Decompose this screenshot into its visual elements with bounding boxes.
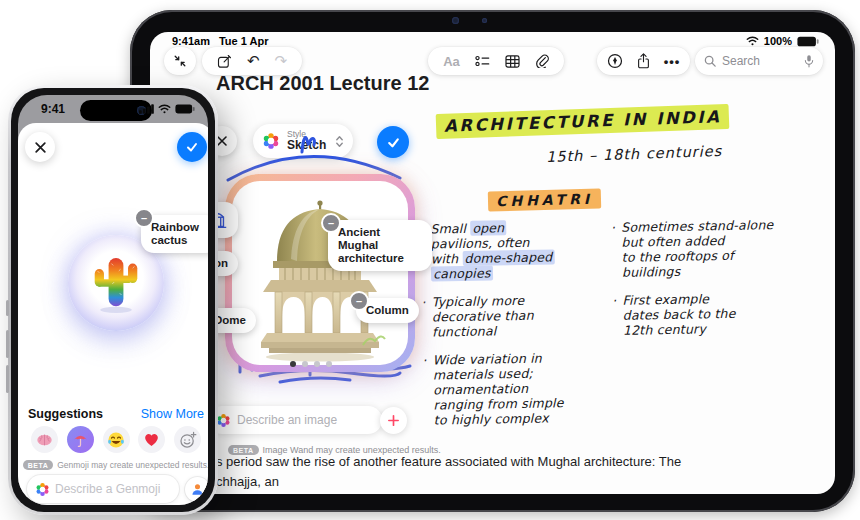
note-body-line: s period saw the rise of another feature… xyxy=(216,452,716,492)
plus-icon xyxy=(387,414,400,427)
more-button[interactable]: ••• xyxy=(664,55,681,68)
add-emoji-suggestion[interactable] xyxy=(174,426,201,453)
image-wand-beta-note: BETA Image Wand may create unexpected re… xyxy=(228,445,441,455)
minus-icon: – xyxy=(328,218,334,229)
wifi-icon xyxy=(746,36,759,46)
image-playground-icon xyxy=(216,413,231,428)
heart-emoji-suggestion[interactable] xyxy=(138,426,165,453)
redo-button[interactable]: ↷ xyxy=(275,54,288,69)
brain-emoji-suggestion[interactable] xyxy=(31,426,58,453)
text-format-button[interactable]: Aa xyxy=(443,54,460,69)
page-dot[interactable] xyxy=(314,361,320,367)
marketing-composite: 9:41am Tue 1 Apr 100% ↶ ↷ Aa xyxy=(0,0,860,520)
edit-toolbar-group: ↶ ↷ xyxy=(202,47,302,75)
iphone-volume-up-button xyxy=(6,330,9,358)
describe-genmoji-input[interactable] xyxy=(55,482,171,496)
battery-icon xyxy=(175,104,195,114)
rainbow-cactus-tag[interactable]: – Rainbow cactus xyxy=(141,215,208,253)
page-dot[interactable] xyxy=(302,361,308,367)
ipad-camera xyxy=(452,17,459,24)
iphone-status-icons xyxy=(139,104,195,114)
search-field[interactable]: Search xyxy=(695,47,823,75)
note-body-text: s period saw the rise of another feature… xyxy=(216,452,716,494)
remove-tag-button[interactable]: – xyxy=(134,208,154,228)
generated-image xyxy=(232,181,408,365)
ipad-status-date: Tue 1 Apr xyxy=(219,35,269,47)
beta-text: Genmoji may create unexpected results. xyxy=(57,460,208,470)
tag-label: Column xyxy=(366,304,409,316)
suggestions-row xyxy=(31,426,201,453)
beta-text: Image Wand may create unexpected results… xyxy=(263,445,441,455)
ipad-screen: 9:41am Tue 1 Apr 100% ↶ ↷ Aa xyxy=(150,32,835,494)
compose-button[interactable] xyxy=(217,54,232,69)
checklist-button[interactable] xyxy=(475,55,490,67)
genmoji-close-button[interactable] xyxy=(25,132,55,162)
cellular-icon xyxy=(139,104,154,114)
ipad-device: 9:41am Tue 1 Apr 100% ↶ ↷ Aa xyxy=(130,10,855,512)
add-image-button[interactable] xyxy=(380,407,407,434)
result-page-dots[interactable] xyxy=(290,361,332,367)
generated-image-frame[interactable] xyxy=(225,174,415,372)
laughing-emoji-icon xyxy=(107,431,125,449)
minus-icon: – xyxy=(141,213,147,224)
iphone-volume-down-button xyxy=(6,365,9,393)
table-button[interactable] xyxy=(505,55,520,68)
add-emoji-icon xyxy=(179,431,197,449)
describe-genmoji-field[interactable] xyxy=(27,475,179,503)
close-icon xyxy=(34,141,47,154)
describe-image-field[interactable] xyxy=(208,406,382,434)
tag-label: Rainbow cactus xyxy=(151,221,199,246)
genmoji-sheet: – Rainbow cactus Suggestions Show More xyxy=(18,123,208,505)
tools-toolbar-group: ••• xyxy=(597,47,690,75)
markup-button[interactable] xyxy=(607,53,623,69)
page-dot[interactable] xyxy=(326,361,332,367)
genmoji-accept-button[interactable] xyxy=(177,132,207,162)
handwritten-right-column: ·Sometimes stand-alone but often added t… xyxy=(611,216,835,351)
show-more-link[interactable]: Show More xyxy=(141,407,204,421)
undo-button[interactable]: ↶ xyxy=(247,54,260,69)
person-genmoji-button[interactable] xyxy=(185,477,208,502)
note-title: ARCH 2001 Lecture 12 xyxy=(216,72,429,95)
remove-tag-button[interactable]: – xyxy=(349,291,369,311)
handwritten-subheading: 15th – 18th centuries xyxy=(546,143,723,165)
beta-badge: BETA xyxy=(228,445,259,455)
image-playground-icon xyxy=(35,482,50,497)
ipad-status-bar-right: 100% xyxy=(746,35,819,47)
iphone-screen: 9:41 xyxy=(18,95,208,505)
battery-icon xyxy=(797,36,819,47)
iphone-bezel: 9:41 xyxy=(11,88,215,512)
umbrella-emoji-icon xyxy=(72,431,89,448)
laughing-emoji-suggestion[interactable] xyxy=(103,426,130,453)
remove-tag-button[interactable]: – xyxy=(321,213,341,233)
search-placeholder: Search xyxy=(722,54,798,68)
share-icon[interactable] xyxy=(637,53,650,69)
iphone-device: 9:41 xyxy=(8,85,218,515)
iphone-status-time: 9:41 xyxy=(41,102,65,116)
bullet-dot: · xyxy=(612,293,617,338)
iphone-action-button xyxy=(6,300,9,316)
handwritten-bullet: ·First example dates back to the 12th ce… xyxy=(612,289,835,338)
describe-image-input[interactable] xyxy=(237,413,374,427)
checkmark-icon xyxy=(185,140,199,154)
bullet-dot: · xyxy=(611,220,616,280)
collapse-icon xyxy=(173,54,187,68)
genmoji-beta-note: BETA Genmoji may create unexpected resul… xyxy=(18,460,208,470)
battery-percent: 100% xyxy=(764,35,792,47)
umbrella-emoji-suggestion[interactable] xyxy=(67,426,94,453)
suggestions-title: Suggestions xyxy=(28,407,103,421)
person-icon xyxy=(190,482,205,497)
bullet-text: First example dates back to the 12th cen… xyxy=(622,291,736,338)
column-tag[interactable]: – Column xyxy=(356,298,419,323)
collapse-toolbar-button[interactable] xyxy=(164,47,196,75)
heart-emoji-icon xyxy=(143,432,160,447)
bullet-text: Sometimes stand-alone but often added to… xyxy=(621,217,774,280)
brain-emoji-icon xyxy=(36,433,53,447)
ancient-mughal-architecture-tag[interactable]: – Ancient Mughal architecture xyxy=(328,220,432,271)
wifi-icon xyxy=(158,104,171,114)
mic-icon[interactable] xyxy=(804,54,814,68)
ipad-status-time: 9:41am xyxy=(172,35,210,47)
handwritten-bullet: ·Sometimes stand-alone but often added t… xyxy=(611,216,835,280)
paperclip-button[interactable] xyxy=(535,54,549,68)
page-dot-active[interactable] xyxy=(290,361,296,367)
minus-icon: – xyxy=(356,296,362,307)
